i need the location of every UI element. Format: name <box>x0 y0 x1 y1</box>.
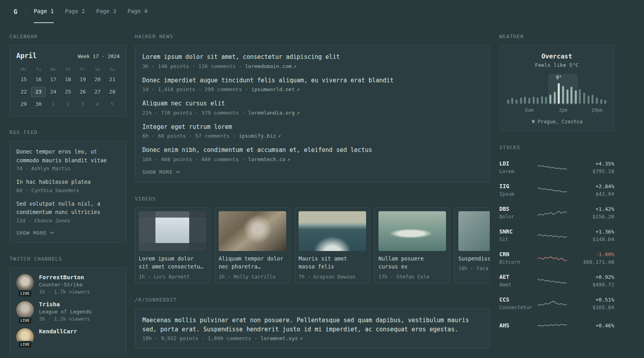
rss-item-title[interactable]: In hac habitasse platea <box>16 178 120 187</box>
calendar-day[interactable]: 3 <box>76 99 90 109</box>
video-thumbnail[interactable] <box>299 211 366 251</box>
stock-price: $165.84 <box>567 304 614 310</box>
calendar-day[interactable]: 25 <box>60 87 75 97</box>
video-card[interactable]: Nullam posuere cursus ex17h · Stefan Col… <box>374 207 450 284</box>
nav-tab-page-3[interactable]: Page 3 <box>96 0 116 23</box>
app-logo[interactable]: G <box>14 8 17 16</box>
stock-list: LDILorem+4.35%$795.18IIGIpsum+2.84%$42.0… <box>499 156 614 336</box>
twitch-channel-row: LIVEKendallCarr <box>16 328 120 346</box>
calendar-weekday: Tu <box>31 65 46 74</box>
calendar-day[interactable]: 17 <box>46 74 60 85</box>
twitch-channel-game[interactable]: League of Legends <box>39 309 92 315</box>
calendar-day[interactable]: 28 <box>105 87 120 97</box>
calendar-day[interactable]: 30 <box>31 99 46 109</box>
stock-row-aet[interactable]: AETAmet+0.92%$499.72 <box>499 269 614 292</box>
hn-item-title[interactable]: Integer eget rutrum lorem <box>142 123 482 132</box>
nav-tab-page-1[interactable]: Page 1 <box>34 0 54 23</box>
hn-item-title[interactable]: Donec imperdiet augue tincidunt felis al… <box>142 76 482 85</box>
avatar[interactable] <box>16 274 34 292</box>
weather-widget-label: WEATHER <box>499 33 614 39</box>
video-meta: 1h · Lori Barnett <box>139 274 206 280</box>
rss-item-meta: 8d · Cynthia Saunders <box>16 187 120 193</box>
stock-row-ccs[interactable]: CCSConsectetur+0.51%$165.84 <box>499 292 614 315</box>
nav-tab-page-4[interactable]: Page 4 <box>127 0 147 23</box>
stock-row-iig[interactable]: IIGIpsum+2.84%$42.04 <box>499 179 614 201</box>
stock-sparkline <box>537 229 567 242</box>
stock-row-snrc[interactable]: SNRCSit+1.36%$148.64 <box>499 224 614 247</box>
hn-item-domain[interactable]: ipsumworld.net <box>251 86 295 92</box>
rss-widget: RSS FEED Donec tempor eros leo, ut commo… <box>10 129 126 243</box>
video-title: Suspendisse diam <box>458 255 490 263</box>
video-thumbnail[interactable] <box>219 211 286 251</box>
stocks-widget: STOCKS LDILorem+4.35%$795.18IIGIpsum+2.8… <box>499 144 614 336</box>
video-thumbnail[interactable] <box>139 211 206 251</box>
weather-bar <box>604 100 606 104</box>
stock-row-ldi[interactable]: LDILorem+4.35%$795.18 <box>499 156 614 179</box>
stock-row-crn[interactable]: CRNBitcorn-1.00%$66,171.48 <box>499 247 614 269</box>
hn-item-title[interactable]: Aliquam nec cursus elit <box>142 99 482 108</box>
hn-item-domain[interactable]: loremdomain.com <box>245 63 291 69</box>
subreddit-post-title[interactable]: Maecenas mollis pulvinar erat non posuer… <box>142 316 482 334</box>
twitch-channel-name[interactable]: ForrestBurton <box>39 274 90 280</box>
twitch-widget: TWITCH CHANNELS LIVEForrestBurtonCounter… <box>10 256 126 358</box>
stock-price: $148.64 <box>567 236 614 242</box>
weather-time-label: 10pm <box>592 107 603 113</box>
video-card[interactable]: Mauris sit amet massa felis7h · Grayson … <box>295 207 370 284</box>
stock-sparkline <box>537 319 567 332</box>
video-title: Lorem ipsum dolor sit amet consectetu… <box>139 255 206 271</box>
weather-time-label: 2pm <box>559 107 567 113</box>
twitch-channel-name[interactable]: Trisha <box>39 301 92 307</box>
calendar-day[interactable]: 26 <box>76 87 90 97</box>
calendar-day[interactable]: 2 <box>60 99 75 109</box>
video-title: Nullam posuere cursus ex <box>378 255 446 271</box>
nav-tab-page-2[interactable]: Page 2 <box>65 0 85 23</box>
calendar-day-grid: 1516171819202122232425262728293012345 <box>16 74 120 109</box>
calendar-day[interactable]: 16 <box>31 74 46 85</box>
nav-tabs: Page 1Page 2Page 3Page 4 <box>34 0 147 23</box>
subreddit-post-domain[interactable]: loremnet.xyz <box>260 335 298 341</box>
weather-feels-like: Feels like 5°C <box>506 62 607 68</box>
hn-item: Aliquam nec cursus elit21h · 710 points … <box>142 99 482 116</box>
hn-item-meta: 6h · 60 points · 57 comments · ipsumify.… <box>142 133 482 139</box>
calendar-day[interactable]: 21 <box>105 74 120 85</box>
video-meta: 7h · Grayson Dawson <box>299 274 366 280</box>
video-thumbnail[interactable] <box>458 211 490 251</box>
rss-item-list: Donec tempor eros leo, ut commodo mauris… <box>16 148 120 224</box>
calendar-day[interactable]: 5 <box>105 99 120 109</box>
hn-item-title[interactable]: Donec enim nibh, condimentum et accumsan… <box>142 146 482 155</box>
calendar-day[interactable]: 29 <box>16 99 31 109</box>
calendar-day[interactable]: 1 <box>46 99 60 109</box>
video-meta: 17h · Stefan Cole <box>378 274 446 280</box>
twitch-card: LIVEForrestBurtonCounter-Strike1h · 1.7k… <box>10 267 126 358</box>
calendar-day[interactable]: 18 <box>60 74 75 85</box>
calendar-day[interactable]: 19 <box>76 74 90 85</box>
rss-item-title[interactable]: Donec tempor eros leo, ut commodo mauris… <box>16 148 120 165</box>
calendar-day[interactable]: 15 <box>16 74 31 85</box>
video-thumbnail[interactable] <box>378 211 446 251</box>
hn-item-domain[interactable]: ipsumify.biz <box>239 133 276 139</box>
hn-item-title[interactable]: Lorem ipsum dolor sit amet, consectetur … <box>142 53 482 62</box>
calendar-day[interactable]: 20 <box>90 74 105 85</box>
twitch-channel-name[interactable]: KendallCarr <box>39 328 77 335</box>
hn-item-domain[interactable]: loremtech.co <box>248 156 285 162</box>
calendar-day-selected[interactable]: 23 <box>31 87 46 97</box>
calendar-day[interactable]: 4 <box>90 99 105 109</box>
hn-item-domain[interactable]: loremlandia.org <box>248 110 295 116</box>
rss-item-title[interactable]: Sed volutpat nulla nisl, a condimentum n… <box>16 200 120 217</box>
calendar-day[interactable]: 24 <box>46 87 60 97</box>
avatar[interactable] <box>16 301 34 319</box>
calendar-day[interactable]: 27 <box>90 87 105 97</box>
stock-row-dbs[interactable]: DBSDolor+1.42%$156.28 <box>499 201 614 224</box>
calendar-day[interactable]: 22 <box>16 87 31 97</box>
video-card[interactable]: Lorem ipsum dolor sit amet consectetu…1h… <box>135 207 210 284</box>
stock-sparkline <box>537 252 567 265</box>
video-card[interactable]: Suspendisse diam18h · Tara <box>454 207 490 284</box>
hn-item-meta: 16h · 468 points · 440 comments · loremt… <box>142 156 482 162</box>
twitch-channel-game[interactable]: Counter-Strike <box>39 282 90 288</box>
hackernews-show-more-button[interactable]: SHOW MORE <box>142 169 180 175</box>
video-card[interactable]: Aliquam tempor dolor nec pharetra…1h · M… <box>215 207 290 284</box>
external-link-icon: ↗ <box>299 335 303 341</box>
rss-show-more-button[interactable]: SHOW MORE <box>16 230 54 236</box>
stock-row-ahs[interactable]: AHS+0.46% <box>499 315 614 336</box>
weather-bar <box>570 87 572 104</box>
